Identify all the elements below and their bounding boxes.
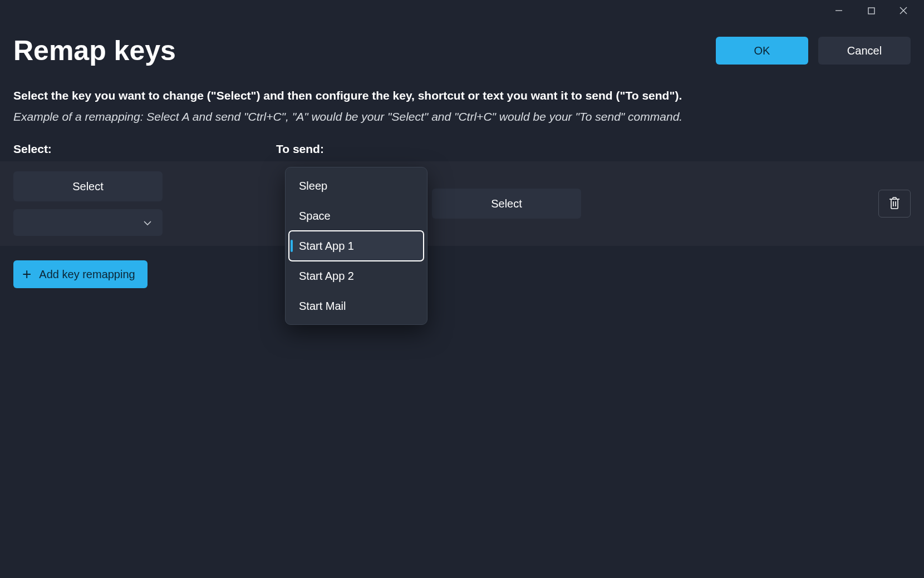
cell-delete — [878, 190, 911, 218]
add-key-remapping-label: Add key remapping — [39, 268, 135, 281]
remapping-row: Select Select — [0, 161, 924, 246]
dropdown-item[interactable]: Start Mail — [289, 291, 424, 321]
plus-icon: + — [22, 266, 31, 282]
cancel-button[interactable]: Cancel — [818, 37, 911, 65]
column-header-select: Select: — [13, 142, 276, 156]
page-title: Remap keys — [13, 34, 176, 67]
to-send-select-button[interactable]: Select — [432, 189, 581, 219]
chevron-down-icon — [144, 217, 151, 229]
window-titlebar — [0, 0, 924, 21]
select-key-button[interactable]: Select — [13, 171, 163, 201]
key-dropdown-popup: Sleep Space Start App 1 Start App 2 Star… — [285, 167, 427, 325]
add-key-remapping-button[interactable]: + Add key remapping — [13, 260, 148, 288]
window-maximize-button[interactable] — [855, 0, 887, 21]
window-close-button[interactable] — [887, 0, 920, 21]
window-minimize-button[interactable] — [823, 0, 855, 21]
dropdown-item[interactable]: Space — [289, 201, 424, 231]
dropdown-item[interactable]: Sleep — [289, 171, 424, 201]
dropdown-item-selected[interactable]: Start App 1 — [289, 231, 424, 261]
description: Select the key you want to change ("Sele… — [0, 72, 924, 123]
cell-select: Select — [13, 171, 276, 236]
delete-remapping-button[interactable] — [878, 190, 911, 218]
description-example: Example of a remapping: Select A and sen… — [13, 110, 911, 123]
dropdown-item[interactable]: Start App 2 — [289, 261, 424, 291]
trash-icon — [888, 196, 901, 211]
ok-button[interactable]: OK — [716, 37, 808, 65]
header: Remap keys OK Cancel — [0, 21, 924, 72]
select-key-dropdown[interactable] — [13, 209, 163, 236]
description-main: Select the key you want to change ("Sele… — [13, 89, 911, 102]
cell-to-send: Select — [432, 189, 695, 219]
svg-rect-1 — [868, 8, 874, 14]
header-buttons: OK Cancel — [716, 37, 911, 65]
column-header-to-send: To send: — [276, 142, 499, 156]
column-headers: Select: To send: — [0, 123, 924, 161]
